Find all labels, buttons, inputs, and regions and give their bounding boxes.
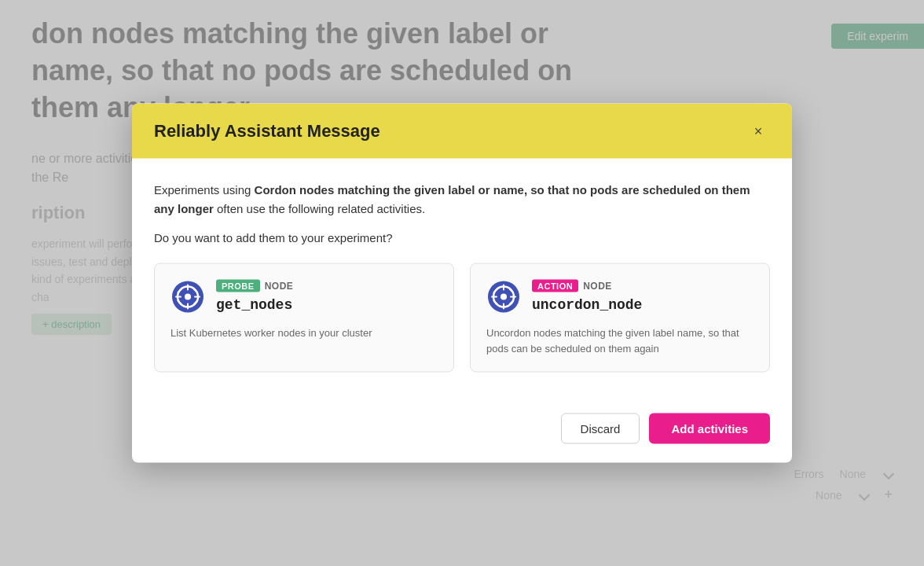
card-badges-uncordon-node: ACTION NODE (532, 280, 642, 292)
probe-badge: PROBE (216, 280, 260, 292)
card-title-area-uncordon-node: ACTION NODE uncordon_node (532, 280, 642, 313)
card-description-get-nodes: List Kubernetes worker nodes in your clu… (170, 325, 438, 341)
activity-card-get-nodes: PROBE NODE get_nodes List Kubernetes wor… (154, 263, 454, 373)
card-description-uncordon-node: Uncordon nodes matching the given label … (486, 325, 754, 356)
activity-card-uncordon-node: ACTION NODE uncordon_node Uncordon nodes… (470, 263, 770, 373)
modal-question: Do you want to add them to your experime… (154, 231, 770, 244)
card-badges-get-nodes: PROBE NODE (216, 280, 293, 292)
description-suffix: often use the following related activiti… (214, 202, 425, 215)
card-header-uncordon-node: ACTION NODE uncordon_node (486, 280, 754, 314)
action-badge: ACTION (532, 280, 578, 292)
card-name-uncordon-node: uncordon_node (532, 297, 642, 313)
modal-footer: Discard Add activities (132, 413, 792, 463)
svg-point-1 (185, 294, 191, 300)
description-intro: Experiments using (154, 183, 255, 197)
node-badge: NODE (265, 281, 294, 292)
modal-body: Experiments using Cordon nodes matching … (132, 159, 792, 413)
node-badge-2: NODE (583, 281, 612, 292)
svg-point-12 (500, 294, 507, 300)
modal-title: Reliably Assistant Message (154, 121, 380, 142)
close-button[interactable]: × (746, 119, 770, 143)
kubernetes-icon (170, 280, 205, 314)
add-activities-button[interactable]: Add activities (649, 413, 770, 444)
assistant-message-modal: Reliably Assistant Message × Experiments… (132, 104, 792, 463)
modal-header: Reliably Assistant Message × (132, 104, 792, 159)
activity-cards: PROBE NODE get_nodes List Kubernetes wor… (154, 263, 770, 373)
modal-description: Experiments using Cordon nodes matching … (154, 181, 770, 219)
kubernetes-icon-2 (486, 280, 521, 314)
discard-button[interactable]: Discard (561, 413, 640, 444)
card-header-get-nodes: PROBE NODE get_nodes (170, 280, 438, 314)
card-name-get-nodes: get_nodes (216, 297, 293, 313)
card-title-area-get-nodes: PROBE NODE get_nodes (216, 280, 293, 313)
